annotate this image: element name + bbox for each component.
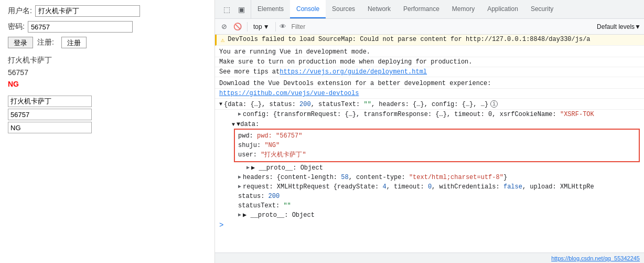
username-row: 用户名: [8, 5, 207, 17]
display-password: 56757 [8, 68, 207, 77]
headers-line: ▶ headers: {content-length: 58, content-… [215, 173, 644, 182]
console-toolbar: ⊘ 🚫 top ▼ 👁 Default levels ▼ [215, 19, 644, 35]
warn-sourcemap-line: ⚠ DevTools failed to load SourceMap: Cou… [215, 35, 644, 46]
toolbar-separator [247, 22, 248, 31]
devtools-line-2: https://github.com/vuejs/vue-devtools [215, 89, 644, 99]
result-password-row [8, 109, 207, 120]
tab-security[interactable]: Security [524, 0, 560, 18]
data-pwd-line: pwd: pwd: "56757" [238, 131, 636, 141]
status-line: status: 200 [215, 192, 644, 201]
result-username-input[interactable] [8, 96, 92, 107]
devtools-panel: ⬚ ▣ Elements Console Sources Network Per… [215, 0, 644, 263]
headers-triangle[interactable]: ▶ [238, 173, 241, 182]
display-status: NG [8, 80, 207, 88]
proto-data-triangle[interactable]: ▶ [246, 164, 250, 172]
devtools-line-1: Download the Vue Devtools extension for … [215, 77, 644, 89]
tab-memory[interactable]: Memory [446, 0, 481, 18]
tab-sources[interactable]: Sources [326, 0, 361, 18]
left-panel: 用户名: 密码: 登录 注册: 注册 打火机卡萨丁 56757 NG [0, 0, 215, 263]
data-triangle[interactable]: ▼ [232, 122, 235, 128]
devtools-tabs: ⬚ ▣ Elements Console Sources Network Per… [215, 0, 644, 19]
statustext-line: statusText: "" [215, 201, 644, 211]
data-label-line: ▼ ▼data: [230, 120, 640, 129]
levels-chevron-icon: ▼ [635, 23, 641, 30]
console-prompt[interactable]: > [215, 220, 644, 230]
config-line: ▶ config: {transformRequest: {…}, transf… [215, 110, 644, 119]
vue-tips-link[interactable]: https://vuejs.org/guide/deployment.html [280, 68, 427, 76]
data-section: ▼ ▼data: pwd: pwd: "56757" shuju: "NG" u… [230, 120, 640, 162]
status-bar: https://blog.csdn.net/qq_55342245 [215, 253, 644, 263]
login-button[interactable]: 登录 [8, 37, 33, 48]
tab-elements[interactable]: Elements [251, 0, 290, 18]
login-row: 登录 注册: 注册 [8, 37, 207, 48]
request-triangle[interactable]: ▶ [238, 183, 241, 191]
context-selector[interactable]: top ▼ [251, 22, 272, 31]
result-username-row [8, 96, 207, 107]
display-section: 打火机卡萨丁 56757 NG [8, 56, 207, 88]
status-link[interactable]: https://blog.csdn.net/qq_55342245 [551, 255, 640, 261]
username-label: 用户名: [8, 6, 32, 16]
password-input[interactable] [28, 21, 133, 33]
object-header-line: ▼ {data: {…}, status: 200, statusText: "… [215, 99, 644, 110]
data-box: pwd: pwd: "56757" shuju: "NG" user: "打火机… [234, 129, 640, 162]
data-user-line: user: "打火机卡萨丁" [238, 150, 636, 160]
default-levels-selector[interactable]: Default levels ▼ [597, 23, 641, 30]
password-row: 密码: [8, 21, 207, 33]
device-icon[interactable]: ▣ [235, 3, 248, 16]
result-password-input[interactable] [8, 109, 92, 120]
object-header-text: {data: {…}, status: 200, statusText: "",… [224, 100, 488, 109]
password-label: 密码: [8, 22, 25, 31]
tab-performance[interactable]: Performance [397, 0, 446, 18]
display-username: 打火机卡萨丁 [8, 56, 207, 65]
result-ng-input[interactable] [8, 122, 92, 133]
vue-line-2: Make sure to turn on production mode whe… [215, 57, 644, 67]
register-label: 注册: [37, 38, 54, 47]
cursor-icon[interactable]: ⬚ [220, 3, 233, 16]
username-input[interactable] [35, 5, 140, 17]
result-ng-row [8, 122, 207, 133]
filter-input[interactable] [288, 22, 595, 31]
tab-network[interactable]: Network [361, 0, 397, 18]
tab-console[interactable]: Console [290, 0, 326, 18]
clear-console-button[interactable]: ⊘ [218, 21, 230, 33]
register-button[interactable]: 注册 [61, 37, 87, 48]
proto-main-line: ▶ ▶ __proto__: Object [215, 211, 644, 220]
vue-line-1: You are running Vue in development mode. [215, 46, 644, 57]
proto-main-triangle[interactable]: ▶ [238, 211, 241, 219]
data-shuju-line: shuju: "NG" [238, 141, 636, 150]
proto-data-line: ▶ ▶ __proto__: Object [215, 163, 644, 173]
block-button[interactable]: 🚫 [232, 21, 243, 33]
warning-icon: ⚠ [221, 36, 224, 45]
request-line: ▶ request: XMLHttpRequest {readyState: 4… [215, 182, 644, 192]
toolbar-separator-2 [275, 22, 276, 31]
vue-devtools-link[interactable]: https://github.com/vuejs/vue-devtools [219, 89, 359, 98]
config-triangle[interactable]: ▶ [238, 110, 241, 119]
chevron-down-icon: ▼ [263, 23, 270, 30]
info-icon: i [490, 100, 498, 108]
devtools-icons: ⬚ ▣ [217, 0, 251, 18]
eye-icon[interactable]: 👁 [280, 23, 286, 30]
vue-line-3: See more tips at https://vuejs.org/guide… [215, 67, 644, 77]
console-output[interactable]: ⚠ DevTools failed to load SourceMap: Cou… [215, 35, 644, 253]
object-triangle[interactable]: ▼ [219, 100, 222, 109]
tab-application[interactable]: Application [481, 0, 524, 18]
